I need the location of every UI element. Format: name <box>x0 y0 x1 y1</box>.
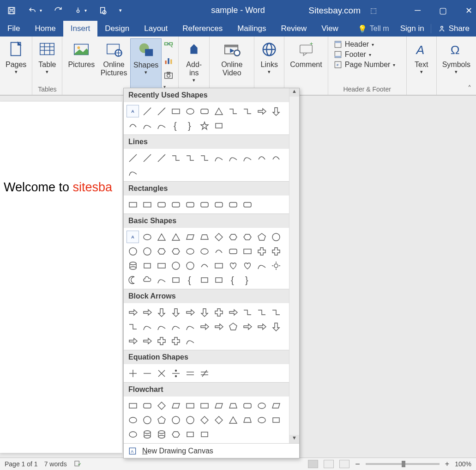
shape-item[interactable] <box>198 306 211 318</box>
shape-item[interactable] <box>255 152 268 164</box>
shape-item[interactable] <box>212 259 225 272</box>
shape-item[interactable] <box>227 231 239 243</box>
shape-item[interactable] <box>255 306 268 318</box>
shapes-button[interactable]: Shapes▾ <box>130 38 162 93</box>
shape-item[interactable] <box>169 198 182 211</box>
save-icon[interactable] <box>7 6 16 15</box>
shape-item[interactable] <box>155 231 168 243</box>
shape-item[interactable] <box>127 414 139 426</box>
shape-item[interactable] <box>155 428 168 440</box>
shape-item[interactable] <box>227 245 239 257</box>
touch-mode-icon[interactable]: ▾ <box>74 6 87 15</box>
pages-button[interactable]: Pages▾ <box>3 38 29 91</box>
shape-item[interactable] <box>241 198 253 211</box>
pagenumber-button[interactable]: #Page Number▾ <box>334 61 396 69</box>
shape-item[interactable] <box>227 198 239 211</box>
shape-item[interactable] <box>241 320 253 333</box>
tab-design[interactable]: Design <box>97 21 137 37</box>
shape-item[interactable] <box>198 231 211 243</box>
shape-item[interactable] <box>227 152 239 164</box>
shape-item[interactable] <box>212 105 225 117</box>
zoom-level[interactable]: 100% <box>455 460 471 468</box>
tab-mailings[interactable]: Mailings <box>230 21 273 37</box>
shape-item[interactable] <box>169 414 182 426</box>
shape-item[interactable] <box>155 119 168 132</box>
chart-icon[interactable] <box>163 56 174 67</box>
tell-me[interactable]: 💡 Tell m <box>353 24 394 33</box>
online-pictures-button[interactable]: Online Pictures <box>97 38 130 93</box>
footer-button[interactable]: Footer▾ <box>334 50 396 59</box>
shape-item[interactable] <box>227 105 239 117</box>
shape-item[interactable] <box>198 399 211 412</box>
shape-item[interactable] <box>127 367 139 379</box>
shape-item[interactable] <box>227 399 239 412</box>
shape-item[interactable] <box>198 274 211 286</box>
shape-item[interactable] <box>255 320 268 333</box>
shape-item[interactable] <box>212 245 225 257</box>
shape-item[interactable] <box>141 399 153 412</box>
share-button[interactable]: Share <box>431 24 476 33</box>
shape-item[interactable] <box>141 245 153 257</box>
shape-item[interactable] <box>212 152 225 164</box>
shape-item[interactable] <box>184 414 196 426</box>
shape-item[interactable] <box>212 320 225 333</box>
shape-item[interactable] <box>227 306 239 318</box>
shape-item[interactable] <box>141 414 153 426</box>
shape-item[interactable] <box>241 414 253 426</box>
restore-pin-icon[interactable]: ⬚ <box>370 6 377 15</box>
shape-item[interactable] <box>155 367 168 379</box>
shape-item[interactable] <box>270 306 282 318</box>
shape-item[interactable] <box>270 152 282 164</box>
shape-item[interactable] <box>270 105 282 117</box>
close-icon[interactable]: ✕ <box>465 6 472 16</box>
shape-item[interactable] <box>127 198 139 211</box>
view-web-icon[interactable] <box>339 460 349 468</box>
redo-icon[interactable] <box>54 6 62 15</box>
table-button[interactable]: Table▾ <box>35 38 59 84</box>
shape-item[interactable] <box>241 245 253 257</box>
shape-item[interactable] <box>184 367 196 379</box>
smartart-icon[interactable] <box>163 41 174 52</box>
shape-item[interactable] <box>141 428 153 440</box>
shape-item[interactable] <box>169 428 182 440</box>
tab-view[interactable]: View <box>314 21 346 37</box>
shape-item[interactable] <box>141 119 153 132</box>
shape-item[interactable] <box>169 105 182 117</box>
shape-item[interactable] <box>127 245 139 257</box>
scroll-down-icon[interactable]: ▼ <box>289 435 299 443</box>
tab-file[interactable]: File <box>0 21 27 37</box>
shape-item[interactable] <box>198 414 211 426</box>
zoom-slider[interactable] <box>366 463 440 465</box>
shape-item[interactable] <box>227 259 239 272</box>
zoom-in-icon[interactable]: + <box>445 460 449 468</box>
shape-item[interactable] <box>127 428 139 440</box>
shape-item[interactable] <box>198 152 211 164</box>
shape-item[interactable] <box>270 320 282 333</box>
shape-item[interactable] <box>255 399 268 412</box>
shape-textbox[interactable]: A <box>127 105 139 117</box>
print-preview-icon[interactable] <box>99 6 107 15</box>
shape-item[interactable] <box>255 414 268 426</box>
shape-item[interactable] <box>169 399 182 412</box>
shape-item[interactable] <box>198 320 211 333</box>
shape-item[interactable] <box>141 198 153 211</box>
qat-more-icon[interactable]: ▾ <box>119 7 122 13</box>
tab-layout[interactable]: Layout <box>137 21 175 37</box>
shape-item[interactable] <box>141 259 153 272</box>
shape-item[interactable] <box>198 259 211 272</box>
shape-item[interactable] <box>155 105 168 117</box>
shape-item[interactable] <box>270 399 282 412</box>
shape-item[interactable] <box>127 119 139 132</box>
shape-item[interactable] <box>169 231 182 243</box>
shape-item[interactable] <box>127 259 139 272</box>
shape-item[interactable] <box>155 245 168 257</box>
shape-item[interactable] <box>255 259 268 272</box>
shape-item[interactable] <box>155 320 168 333</box>
shape-item[interactable]: } <box>241 274 253 286</box>
shape-item[interactable] <box>141 367 153 379</box>
shape-item[interactable] <box>184 306 196 318</box>
vertical-scrollbar[interactable]: ▲ ▼ <box>289 88 299 458</box>
shape-item[interactable] <box>127 320 139 333</box>
shape-item[interactable]: { <box>227 274 239 286</box>
shape-item[interactable]: { <box>169 119 182 132</box>
